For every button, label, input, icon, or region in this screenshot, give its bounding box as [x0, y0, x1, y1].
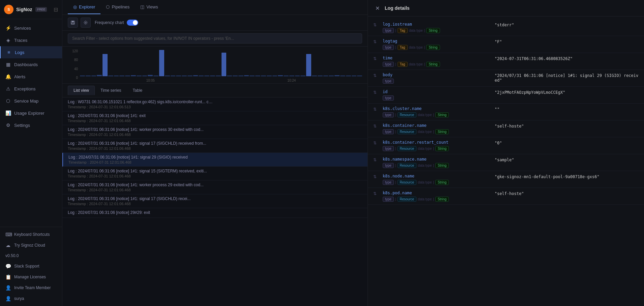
- log-list: Log : W0731 06:31:06.151021 1 reflector.…: [62, 98, 368, 306]
- tab-pipelines[interactable]: ⬡ Pipelines: [100, 0, 135, 14]
- sidebar-item-label: Manage Licenses: [14, 275, 46, 279]
- log-entry[interactable]: Log : 2024/07/31 06:31:06 [notice] 1#1: …: [62, 153, 368, 167]
- logs-toolbar: Frequency chart: [62, 15, 368, 31]
- log-entry[interactable]: Log : 2024/07/31 06:31:06 [notice] 1#1: …: [62, 111, 368, 125]
- field-expand-icon[interactable]: ⇅: [373, 141, 379, 145]
- slack-icon: 💬: [5, 263, 11, 269]
- data-type-badge: String: [426, 62, 440, 67]
- sidebar-item-alerts[interactable]: 🔔 Alerts: [0, 71, 62, 83]
- panel-close-button[interactable]: ✕: [373, 4, 381, 12]
- resource-badge: Resource: [398, 163, 417, 168]
- field-row: ⇅k8s.node.nametype|Resourcedata type|Str…: [368, 171, 644, 188]
- time-series-label: Time series: [100, 88, 121, 93]
- tab-table[interactable]: Table: [127, 86, 148, 95]
- field-row: ⇅timetype|Tagdata type|String"2024-07-31…: [368, 53, 644, 70]
- field-info: idtype: [383, 89, 491, 101]
- field-expand-icon[interactable]: ⇅: [373, 39, 379, 44]
- sidebar-item-settings[interactable]: ⚙ Settings: [0, 119, 62, 131]
- log-entry[interactable]: Log : 2024/07/31 06:31:06 [notice] 1#1: …: [62, 180, 368, 194]
- chart-bar: [267, 76, 272, 76]
- log-timestamp: Timestamp : 2024-07-31 12:01:06.468: [68, 174, 362, 178]
- field-expand-icon[interactable]: ⇅: [373, 158, 379, 162]
- tag-separator: data type: [418, 113, 432, 117]
- tag-separator: |: [433, 180, 434, 184]
- chart-bar: [323, 76, 328, 76]
- chart-bar: [238, 76, 243, 76]
- chart-y-labels: 120 80 40 0: [68, 49, 78, 80]
- sidebar-item-try-cloud[interactable]: ☁ Try Signoz Cloud: [0, 240, 62, 251]
- sidebar-item-exceptions[interactable]: ⚠ Exceptions: [0, 83, 62, 95]
- chart-bars: [80, 49, 362, 76]
- sidebar-item-traces[interactable]: ◈ Traces: [0, 34, 62, 46]
- field-info: logtagtype|Tagdata type|String: [383, 39, 491, 50]
- x-label-1005: 10:05: [146, 79, 155, 82]
- tag-badge: Tag: [398, 28, 408, 33]
- tag-separator: data type: [418, 197, 432, 201]
- tag-separator: data type: [409, 62, 423, 66]
- tag-separator: data type: [418, 180, 432, 184]
- field-expand-icon[interactable]: ⇅: [373, 191, 379, 196]
- field-expand-icon[interactable]: ⇅: [373, 56, 379, 61]
- field-expand-icon[interactable]: ⇅: [373, 90, 379, 95]
- chart-bar: [119, 76, 124, 76]
- tab-time-series[interactable]: Time series: [95, 86, 127, 95]
- field-row: ⇅k8s.container.restart_counttype|Resourc…: [368, 137, 644, 154]
- field-expand-icon[interactable]: ⇅: [373, 174, 379, 179]
- sidebar-item-logs[interactable]: ≡ Logs: [0, 46, 62, 58]
- field-row: ⇅bodytype"2024/07/31 06:31:06 [notice] 1…: [368, 70, 644, 87]
- sidebar-toggle-icon[interactable]: ⊟: [54, 6, 58, 13]
- sidebar-item-service-map[interactable]: ⬡ Service Map: [0, 95, 62, 107]
- sidebar-item-dashboards[interactable]: ▦ Dashboards: [0, 58, 62, 71]
- field-expand-icon[interactable]: ⇅: [373, 23, 379, 27]
- chart-bar: [329, 76, 334, 76]
- tab-views[interactable]: ◫ Views: [135, 0, 163, 14]
- chart-bar: [334, 75, 340, 76]
- data-type-badge: String: [435, 112, 449, 117]
- log-entry[interactable]: Log : W0731 06:31:06.151021 1 reflector.…: [62, 98, 368, 111]
- app-logo: S: [4, 5, 13, 14]
- field-expand-icon[interactable]: ⇅: [373, 107, 379, 112]
- exceptions-icon: ⚠: [5, 86, 11, 91]
- chart-bar: [176, 76, 181, 76]
- chart-bar: [227, 76, 232, 76]
- sidebar-item-manage-licenses[interactable]: 📋 Manage Licenses: [0, 272, 62, 282]
- log-entry[interactable]: Log : 2024/07/31 06:31:06 [notice] 1#1: …: [62, 194, 368, 208]
- field-expand-icon[interactable]: ⇅: [373, 124, 379, 129]
- sidebar-item-usage-explorer[interactable]: 📊 Usage Explorer: [0, 107, 62, 119]
- log-text: Log : 2024/07/31 06:31:06 [notice] 1#1: …: [68, 155, 213, 160]
- tag-separator: |: [424, 29, 425, 32]
- settings-button[interactable]: [81, 18, 91, 28]
- field-expand-icon[interactable]: ⇅: [373, 73, 379, 78]
- sidebar-item-slack-support[interactable]: 💬 Slack Support: [0, 261, 62, 272]
- search-filter-input[interactable]: Search Filter - select options from sugg…: [68, 33, 362, 44]
- tag-separator: |: [395, 164, 396, 167]
- sidebar-item-user[interactable]: 👤 surya: [0, 293, 62, 304]
- chart-bar: [289, 76, 294, 76]
- log-entry[interactable]: Log : 2024/07/31 06:31:06 [notice] 1#1: …: [62, 167, 368, 180]
- views-tab-icon: ◫: [140, 4, 144, 9]
- chart-bar: [187, 76, 193, 76]
- log-entry[interactable]: Log : 2024/07/31 06:31:06 [notice] 1#1: …: [62, 139, 368, 153]
- field-row: ⇅idtype"2jxPMotFAOzpNpYoWpVLmoCCEgX": [368, 87, 644, 104]
- chart-bar: [91, 76, 96, 76]
- resource-badge: Resource: [398, 197, 417, 202]
- usage-explorer-icon: 📊: [5, 110, 11, 116]
- panel-header: ✕ Log details: [368, 0, 644, 17]
- chart-bar: [199, 76, 204, 76]
- log-timestamp: Timestamp : 2024-07-31 12:01:06.468: [68, 160, 362, 164]
- sidebar-item-services[interactable]: ⚡ Services: [0, 22, 62, 34]
- field-name: log.iostream: [383, 22, 491, 27]
- save-view-button[interactable]: [68, 18, 78, 28]
- tab-list-view[interactable]: List view: [68, 86, 95, 95]
- frequency-chart-toggle[interactable]: [127, 20, 138, 26]
- log-entry[interactable]: Log : 2024/07/31 06:31:06 [notice] 29#29…: [62, 208, 368, 218]
- tab-explorer[interactable]: ◎ Explorer: [68, 0, 100, 14]
- log-entry[interactable]: Log : 2024/07/31 06:31:06 [notice] 1#1: …: [62, 125, 368, 139]
- chart-bar: [250, 76, 255, 76]
- sidebar-item-invite-team-member[interactable]: 👤 Invite Team Member: [0, 282, 62, 293]
- sidebar-item-label: Slack Support: [14, 264, 39, 269]
- log-text: Log : 2024/07/31 06:31:06 [notice] 1#1: …: [68, 113, 213, 118]
- field-info: timetype|Tagdata type|String: [383, 56, 491, 67]
- field-info: k8s.cluster.nametype|Resourcedata type|S…: [383, 106, 491, 117]
- sidebar-item-keyboard-shortcuts[interactable]: ⌨ Keyboard Shortcuts: [0, 229, 62, 240]
